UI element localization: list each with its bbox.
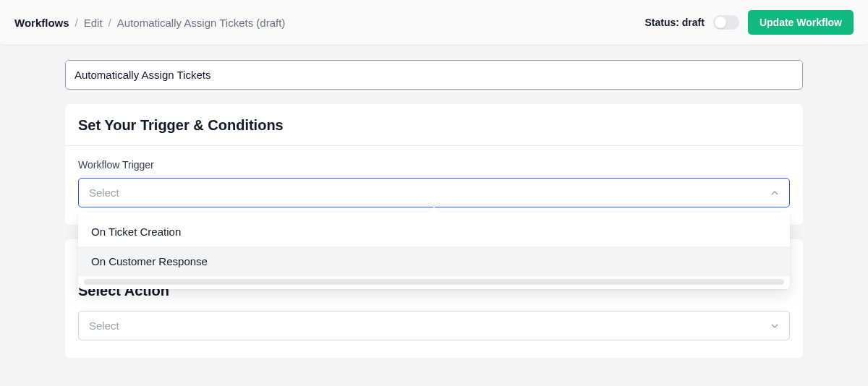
status-label: Status: draft: [644, 17, 704, 28]
breadcrumb-current: Automatically Assign Tickets (draft): [117, 17, 286, 29]
update-workflow-button[interactable]: Update Workflow: [748, 10, 854, 35]
select-placeholder: Select: [89, 319, 119, 332]
select-placeholder: Select: [89, 186, 119, 199]
breadcrumb-root[interactable]: Workflows: [14, 17, 69, 29]
trigger-option-customer-response[interactable]: On Customer Response: [78, 246, 790, 276]
workflow-trigger-select[interactable]: Select: [78, 178, 790, 207]
workflow-trigger-label: Workflow Trigger: [78, 159, 790, 171]
trigger-card-header: Set Your Trigger & Conditions: [65, 104, 803, 146]
breadcrumb-separator: /: [109, 17, 111, 29]
chevron-up-icon: [770, 189, 779, 197]
breadcrumb-separator: /: [75, 17, 78, 29]
status-toggle[interactable]: [713, 15, 739, 30]
chevron-down-icon: [770, 322, 779, 330]
trigger-card-body: Workflow Trigger Select On Ticket Creati…: [65, 146, 803, 207]
trigger-option-ticket-creation[interactable]: On Ticket Creation: [78, 217, 790, 246]
header-actions: Status: draft Update Workflow: [644, 10, 854, 35]
breadcrumb-edit[interactable]: Edit: [84, 17, 103, 29]
action-select[interactable]: Select: [78, 311, 790, 340]
page-header: Workflows / Edit / Automatically Assign …: [0, 0, 868, 46]
workflow-name-input[interactable]: [65, 60, 803, 90]
breadcrumb: Workflows / Edit / Automatically Assign …: [14, 17, 285, 29]
toggle-knob: [715, 17, 726, 28]
trigger-card-title: Set Your Trigger & Conditions: [78, 117, 790, 134]
main-container: Set Your Trigger & Conditions Workflow T…: [58, 60, 810, 358]
workflow-trigger-dropdown: On Ticket Creation On Customer Response: [78, 213, 790, 289]
trigger-card: Set Your Trigger & Conditions Workflow T…: [65, 104, 803, 225]
dropdown-scrollbar[interactable]: [84, 279, 784, 285]
